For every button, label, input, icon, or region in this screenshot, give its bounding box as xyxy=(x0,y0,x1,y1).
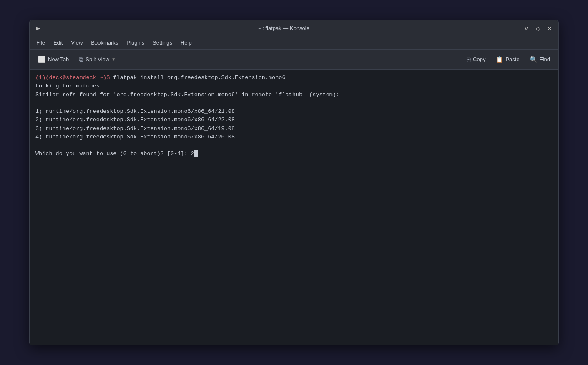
menu-view[interactable]: View xyxy=(67,38,87,48)
find-label: Find xyxy=(540,56,550,62)
menu-bookmarks[interactable]: Bookmarks xyxy=(87,38,122,48)
split-view-button[interactable]: ⧉ Split View ▼ xyxy=(75,54,120,65)
command-text: flatpak install org.freedesktop.Sdk.Exte… xyxy=(113,75,285,81)
menubar: File Edit View Bookmarks Plugins Setting… xyxy=(30,36,558,50)
terminal-line-blank-1 xyxy=(35,99,553,108)
find-icon: 🔍 xyxy=(530,56,538,63)
terminal-prompt-line: Which do you want to use (0 to abort)? [… xyxy=(35,150,553,158)
cursor xyxy=(194,150,198,157)
paste-icon: 📋 xyxy=(495,56,503,63)
terminal-line-2: Looking for matches… xyxy=(35,82,553,90)
paste-button[interactable]: 📋 Paste xyxy=(491,54,523,65)
copy-label: Copy xyxy=(473,56,485,62)
paste-label: Paste xyxy=(505,56,519,62)
copy-icon: ⎘ xyxy=(467,56,471,63)
split-view-label: Split View xyxy=(85,56,109,62)
konsole-window: ▶ ~ : flatpak — Konsole ∨ ◇ ✕ File Edit … xyxy=(29,20,559,345)
terminal-option-4: 4) runtime/org.freedesktop.Sdk.Extension… xyxy=(35,133,553,141)
terminal-output[interactable]: (i)(deck@steamdeck ~)$ flatpak install o… xyxy=(30,70,558,345)
new-tab-icon: ⬜ xyxy=(38,56,46,63)
menu-help[interactable]: Help xyxy=(176,38,196,48)
terminal-option-2: 2) runtime/org.freedesktop.Sdk.Extension… xyxy=(35,116,553,124)
new-tab-label: New Tab xyxy=(48,56,69,62)
menu-edit[interactable]: Edit xyxy=(49,38,67,48)
window-controls: ∨ ◇ ✕ xyxy=(522,24,554,33)
terminal-line-blank-2 xyxy=(35,141,553,150)
terminal-icon: ▶ xyxy=(34,24,42,32)
restore-button[interactable]: ◇ xyxy=(533,24,543,33)
terminal-option-1: 1) runtime/org.freedesktop.Sdk.Extension… xyxy=(35,108,553,116)
titlebar: ▶ ~ : flatpak — Konsole ∨ ◇ ✕ xyxy=(30,20,558,36)
prompt-prefix: (i)(deck@steamdeck ~)$ xyxy=(35,75,110,81)
menu-file[interactable]: File xyxy=(32,38,49,48)
terminal-option-3: 3) runtime/org.freedesktop.Sdk.Extension… xyxy=(35,125,553,133)
copy-button[interactable]: ⎘ Copy xyxy=(463,54,490,65)
find-button[interactable]: 🔍 Find xyxy=(525,54,554,65)
split-view-arrow: ▼ xyxy=(111,57,116,62)
minimize-button[interactable]: ∨ xyxy=(522,24,531,33)
new-tab-button[interactable]: ⬜ New Tab xyxy=(34,54,73,65)
terminal-line-3: Similar refs found for 'org.freedesktop.… xyxy=(35,91,553,99)
toolbar: ⬜ New Tab ⧉ Split View ▼ ⎘ Copy 📋 Paste … xyxy=(30,50,558,70)
toolbar-right: ⎘ Copy 📋 Paste 🔍 Find xyxy=(463,54,554,65)
menu-settings[interactable]: Settings xyxy=(148,38,176,48)
prompt-question: Which do you want to use (0 to abort)? [… xyxy=(35,150,194,157)
window-title: ~ : flatpak — Konsole xyxy=(45,25,522,31)
menu-plugins[interactable]: Plugins xyxy=(122,38,148,48)
split-view-icon: ⧉ xyxy=(79,56,83,63)
close-button[interactable]: ✕ xyxy=(545,24,554,33)
terminal-line-1: (i)(deck@steamdeck ~)$ flatpak install o… xyxy=(35,74,553,82)
